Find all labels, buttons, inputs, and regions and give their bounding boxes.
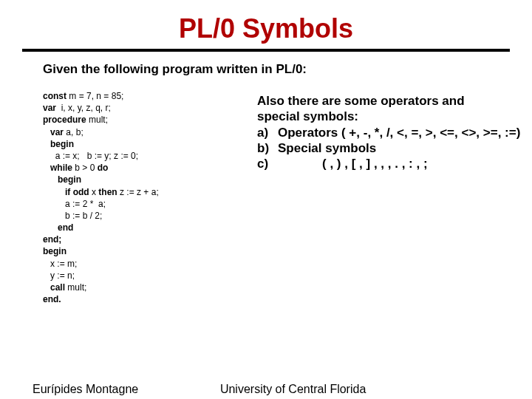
code-text: y := n; [43,270,75,281]
code-block: const m = 7, n = 85; var i, x, y, z, q, … [43,90,235,305]
code-text: z := z + a; [120,187,159,197]
notes-heading: special symbols: [257,109,532,124]
code-text: a, b; [66,127,83,137]
list-label-b: b) [257,140,278,156]
code-text: b > 0 [75,163,97,173]
list-label-c: c) [257,156,278,171]
code-text: m = 7, n = 85; [69,91,123,101]
code-text: a := x; b := y; z := 0; [43,151,138,161]
kw-call: call [43,282,67,293]
kw-then: then [98,187,120,197]
title-underline [22,49,510,52]
code-text: i, x, y, z, q, r; [58,103,110,113]
list-item: c) ( , ) , [ , ] , , , . , : , ; [257,156,532,171]
kw-procedure: procedure [43,115,89,125]
code-text: x [92,187,98,197]
code-text: x := m; [43,259,77,269]
code-text: mult; [67,282,86,293]
kw-var: var [43,103,58,113]
list-item: b) Special symbols [257,140,532,156]
content-columns: const m = 7, n = 85; var i, x, y, z, q, … [0,90,532,305]
list-item: a) Operators ( +, -, *, /, <, =, >, <=, … [257,125,532,140]
code-text: mult; [89,115,108,125]
kw-end: end. [43,294,61,304]
code-text: b := b / 2; [43,211,102,221]
kw-end: end [43,222,73,233]
code-text: a := 2 * a; [43,199,106,209]
slide-title: PL/0 Symbols [0,13,532,44]
list-text-c: ( , ) , [ , ] , , , . , : , ; [278,156,428,171]
list-text-a: Operators ( +, -, *, /, <, =, >, <=, <>,… [278,125,520,140]
list-label-a: a) [257,125,278,140]
kw-odd: odd [73,187,92,197]
list-text-b: Special symbols [278,140,376,156]
footer-author: Eurípides Montagne [33,383,138,396]
kw-while: while [43,163,75,173]
footer-org: University of Central Florida [138,383,499,396]
kw-begin: begin [43,246,66,256]
kw-if: if [43,187,73,197]
intro-text: Given the following program written in P… [43,62,532,77]
notes-heading: Also there are some operators and [257,93,532,109]
kw-const: const [43,91,69,101]
kw-begin: begin [43,139,74,149]
kw-var: var [43,127,66,137]
kw-begin: begin [43,174,81,185]
kw-do: do [98,163,109,173]
kw-end: end; [43,234,61,245]
notes-list: a) Operators ( +, -, *, /, <, =, >, <=, … [257,125,532,172]
notes-block: Also there are some operators and specia… [235,90,532,171]
slide-footer: Eurípides Montagne University of Central… [0,383,532,396]
